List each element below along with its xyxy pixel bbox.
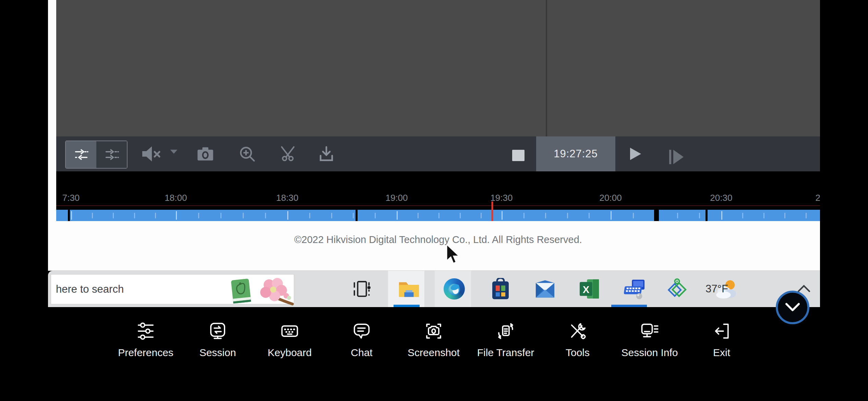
timeline-minor-tick — [438, 213, 439, 218]
timeline-minor-tick — [545, 213, 546, 218]
digital-zoom-button[interactable] — [237, 144, 257, 164]
download-icon — [317, 145, 336, 163]
sliders-icon — [135, 321, 156, 341]
filter-toggle-group — [65, 141, 128, 169]
timeline-major-tick — [176, 211, 177, 220]
player-toolbar: 19:27:25 — [56, 136, 820, 171]
letterbox-right — [820, 0, 868, 307]
zoom-in-icon — [238, 145, 256, 163]
menu-item-keyboard[interactable]: Keyboard — [254, 321, 326, 359]
timeline-major-tick — [287, 211, 288, 220]
timeline-minor-tick — [633, 213, 634, 218]
playback-timeline[interactable]: 7:3018:0018:3019:0019:3020:0020:3021:00 — [56, 171, 820, 221]
monitor-arrows-icon — [207, 321, 228, 341]
menu-item-exit[interactable]: Exit — [686, 321, 758, 359]
collapse-menu-button[interactable] — [776, 291, 809, 324]
mute-button[interactable] — [139, 144, 170, 164]
timeline-label: 20:00 — [600, 193, 622, 203]
microsoft-store-icon — [490, 278, 511, 300]
timeline-minor-tick — [699, 213, 700, 218]
scissors-icon — [279, 145, 298, 163]
sliders-icon — [74, 147, 89, 162]
menu-item-preferences[interactable]: Preferences — [110, 321, 182, 359]
menu-item-file-transfer[interactable]: File Transfer — [470, 321, 542, 359]
page-background — [56, 221, 820, 271]
timeline-label: 19:30 — [490, 193, 513, 203]
edge-active-underline — [394, 305, 420, 307]
menu-label: Session — [200, 347, 236, 359]
excel-button[interactable]: X — [572, 271, 607, 307]
mail-button[interactable] — [527, 271, 563, 307]
snapshot-button[interactable] — [195, 144, 216, 164]
file-explorer-button[interactable] — [391, 271, 427, 307]
timeline-minor-tick — [567, 213, 568, 218]
exit-arrow-icon — [711, 321, 732, 341]
edge-browser-button[interactable] — [436, 271, 472, 307]
timeline-minor-tick — [220, 213, 221, 218]
page-margin — [48, 0, 56, 271]
step-forward-button[interactable] — [667, 148, 686, 166]
timeline-minor-tick — [460, 213, 461, 218]
menu-item-screenshot[interactable]: Screenshot — [398, 321, 470, 359]
stop-button[interactable] — [512, 150, 525, 161]
timeline-minor-tick — [418, 213, 419, 218]
mouse-cursor — [446, 244, 459, 265]
play-button[interactable] — [630, 148, 641, 160]
timeline-range-line — [56, 205, 820, 206]
weather-temperature[interactable]: 37°F — [706, 271, 728, 307]
timeline-minor-tick — [265, 213, 266, 218]
timeline-minor-tick — [134, 213, 135, 218]
timeline-major-tick — [611, 211, 612, 220]
microsoft-store-button[interactable] — [483, 271, 518, 307]
menu-label: Tools — [566, 347, 590, 359]
menu-item-session[interactable]: Session — [182, 321, 254, 359]
menu-item-tools[interactable]: Tools — [542, 321, 614, 359]
doc-sync-icon — [495, 321, 516, 341]
monitor-info-icon — [639, 321, 660, 341]
timeline-minor-tick — [113, 213, 114, 218]
step-forward-icon — [667, 148, 686, 166]
timeline-label: 18:30 — [276, 193, 298, 203]
timeline-minor-tick — [481, 213, 482, 218]
chat-bubble-icon — [351, 321, 372, 341]
diamond-app-icon — [666, 278, 688, 300]
video-playback-area[interactable] — [56, 0, 820, 136]
timeline-recording-bar[interactable] — [56, 210, 820, 221]
windows-taskbar: here to search — [48, 271, 820, 307]
menu-item-session-info[interactable]: Session Info — [614, 321, 686, 359]
timeline-major-tick — [721, 211, 722, 220]
taskbar-search-input[interactable]: here to search — [51, 274, 294, 304]
chevron-down-icon — [785, 303, 800, 312]
timeline-minor-tick — [589, 213, 590, 218]
camera-brackets-icon — [423, 321, 444, 341]
task-view-button[interactable] — [344, 271, 379, 307]
volume-dropdown-caret[interactable] — [169, 149, 178, 154]
menu-label: Exit — [713, 347, 730, 359]
timeline-minor-tick — [677, 213, 678, 218]
search-decoration-book-icon — [228, 277, 257, 305]
menu-label: Screenshot — [408, 347, 460, 359]
remote-keyboard-tool-button[interactable] — [617, 271, 653, 307]
timeline-gap — [654, 210, 659, 221]
timeline-segment-boundary — [68, 210, 70, 221]
clip-button[interactable] — [278, 144, 299, 164]
timeline-minor-tick — [806, 213, 807, 218]
download-button[interactable] — [316, 144, 337, 164]
timeline-playhead[interactable] — [491, 202, 493, 221]
timeline-segment-boundary — [706, 210, 708, 221]
timeline-label: 20:30 — [710, 193, 732, 203]
copyright-text: ©2022 Hikvision Digital Technology Co., … — [56, 234, 820, 245]
timeline-major-tick — [397, 211, 398, 220]
filter-sliders-button[interactable] — [96, 141, 127, 168]
filter-sliders-selected-button[interactable] — [66, 141, 96, 168]
diamond-app-button[interactable] — [659, 271, 695, 307]
video-pane-divider — [546, 0, 547, 136]
search-decoration-blossom-icon — [254, 277, 295, 306]
menu-label: Session Info — [621, 347, 678, 359]
sliders-icon — [104, 147, 119, 162]
file-explorer-icon — [398, 278, 420, 300]
menu-item-chat[interactable]: Chat — [326, 321, 398, 359]
playback-timestamp[interactable]: 19:27:25 — [536, 136, 615, 171]
svg-text:X: X — [583, 284, 590, 295]
search-placeholder: here to search — [56, 283, 124, 295]
